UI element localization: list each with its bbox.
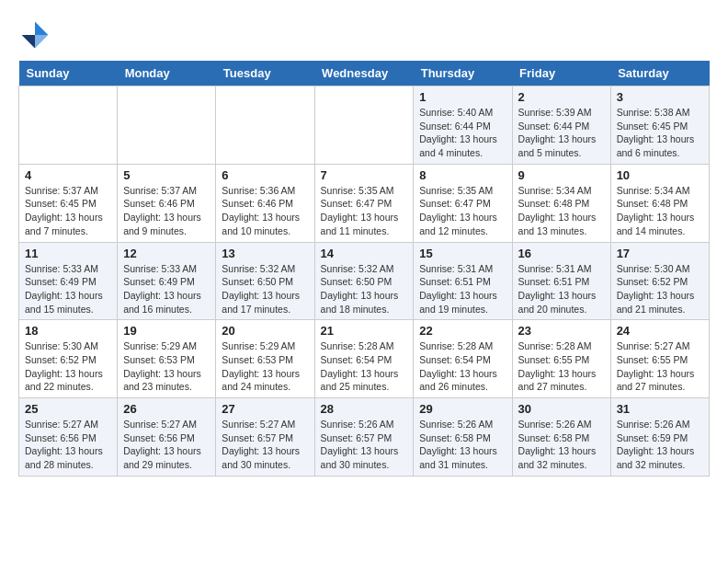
day-info: Sunrise: 5:30 AM Sunset: 6:52 PM Dayligh… [25,339,111,394]
week-row-1: 1Sunrise: 5:40 AM Sunset: 6:44 PM Daylig… [19,86,710,165]
day-number: 28 [321,402,408,416]
day-number: 14 [321,247,408,260]
day-info: Sunrise: 5:35 AM Sunset: 6:47 PM Dayligh… [419,184,506,238]
header-row: SundayMondayTuesdayWednesdayThursdayFrid… [19,61,710,86]
day-info: Sunrise: 5:36 AM Sunset: 6:46 PM Dayligh… [222,184,308,238]
calendar-cell: 30Sunrise: 5:26 AM Sunset: 6:58 PM Dayli… [512,398,610,477]
day-header-tuesday: Tuesday [216,61,314,86]
day-header-wednesday: Wednesday [314,61,414,86]
calendar-cell: 15Sunrise: 5:31 AM Sunset: 6:51 PM Dayli… [414,242,512,320]
day-number: 21 [321,324,408,338]
week-row-2: 4Sunrise: 5:37 AM Sunset: 6:45 PM Daylig… [19,164,710,242]
calendar-cell: 8Sunrise: 5:35 AM Sunset: 6:47 PM Daylig… [414,164,512,242]
calendar-cell: 5Sunrise: 5:37 AM Sunset: 6:46 PM Daylig… [118,164,216,242]
header [18,18,710,52]
day-info: Sunrise: 5:38 AM Sunset: 6:45 PM Dayligh… [617,106,703,160]
day-header-sunday: Sunday [19,61,118,86]
calendar-cell: 25Sunrise: 5:27 AM Sunset: 6:56 PM Dayli… [19,398,118,477]
day-number: 30 [518,402,605,416]
day-number: 6 [222,168,308,182]
calendar-cell: 11Sunrise: 5:33 AM Sunset: 6:49 PM Dayli… [19,242,118,320]
day-number: 26 [123,402,210,416]
day-info: Sunrise: 5:31 AM Sunset: 6:51 PM Dayligh… [518,262,605,316]
calendar-cell: 24Sunrise: 5:27 AM Sunset: 6:55 PM Dayli… [610,320,709,398]
day-number: 5 [123,168,210,182]
day-number: 2 [518,90,605,104]
calendar-cell: 9Sunrise: 5:34 AM Sunset: 6:48 PM Daylig… [512,164,610,242]
logo [18,18,55,52]
day-info: Sunrise: 5:39 AM Sunset: 6:44 PM Dayligh… [518,106,605,160]
day-number: 22 [419,324,506,338]
calendar-cell: 6Sunrise: 5:36 AM Sunset: 6:46 PM Daylig… [216,164,314,242]
day-info: Sunrise: 5:29 AM Sunset: 6:53 PM Dayligh… [123,339,210,394]
calendar-cell: 23Sunrise: 5:28 AM Sunset: 6:55 PM Dayli… [512,320,610,398]
day-info: Sunrise: 5:26 AM Sunset: 6:59 PM Dayligh… [617,418,703,472]
day-number: 7 [321,168,408,182]
calendar-cell: 1Sunrise: 5:40 AM Sunset: 6:44 PM Daylig… [414,86,512,165]
page-container: SundayMondayTuesdayWednesdayThursdayFrid… [18,18,710,477]
calendar-cell: 26Sunrise: 5:27 AM Sunset: 6:56 PM Dayli… [118,398,216,477]
day-info: Sunrise: 5:27 AM Sunset: 6:56 PM Dayligh… [25,418,111,472]
day-number: 11 [25,247,111,260]
calendar-cell: 22Sunrise: 5:28 AM Sunset: 6:54 PM Dayli… [414,320,512,398]
day-header-saturday: Saturday [610,61,709,86]
calendar-cell: 28Sunrise: 5:26 AM Sunset: 6:57 PM Dayli… [314,398,414,477]
day-number: 20 [222,324,308,338]
calendar-cell: 17Sunrise: 5:30 AM Sunset: 6:52 PM Dayli… [610,242,709,320]
logo-icon [18,18,51,52]
day-info: Sunrise: 5:35 AM Sunset: 6:47 PM Dayligh… [321,184,408,238]
day-info: Sunrise: 5:26 AM Sunset: 6:58 PM Dayligh… [419,418,506,472]
day-info: Sunrise: 5:26 AM Sunset: 6:58 PM Dayligh… [518,418,605,472]
calendar-cell: 3Sunrise: 5:38 AM Sunset: 6:45 PM Daylig… [610,86,709,165]
day-number: 16 [518,247,605,260]
day-number: 1 [419,90,506,104]
calendar-cell: 21Sunrise: 5:28 AM Sunset: 6:54 PM Dayli… [314,320,414,398]
calendar-cell: 16Sunrise: 5:31 AM Sunset: 6:51 PM Dayli… [512,242,610,320]
calendar-cell [314,86,414,165]
calendar-cell: 4Sunrise: 5:37 AM Sunset: 6:45 PM Daylig… [19,164,118,242]
day-info: Sunrise: 5:32 AM Sunset: 6:50 PM Dayligh… [222,262,308,316]
calendar-cell: 29Sunrise: 5:26 AM Sunset: 6:58 PM Dayli… [414,398,512,477]
day-info: Sunrise: 5:40 AM Sunset: 6:44 PM Dayligh… [419,106,506,160]
calendar-cell [216,86,314,165]
day-info: Sunrise: 5:33 AM Sunset: 6:49 PM Dayligh… [123,262,210,316]
day-number: 3 [617,90,703,104]
calendar-cell: 14Sunrise: 5:32 AM Sunset: 6:50 PM Dayli… [314,242,414,320]
day-info: Sunrise: 5:37 AM Sunset: 6:46 PM Dayligh… [123,184,210,238]
calendar-cell: 31Sunrise: 5:26 AM Sunset: 6:59 PM Dayli… [610,398,709,477]
day-info: Sunrise: 5:31 AM Sunset: 6:51 PM Dayligh… [419,262,506,316]
calendar-cell: 27Sunrise: 5:27 AM Sunset: 6:57 PM Dayli… [216,398,314,477]
day-number: 9 [518,168,605,182]
day-info: Sunrise: 5:30 AM Sunset: 6:52 PM Dayligh… [617,262,703,316]
day-header-thursday: Thursday [414,61,512,86]
day-number: 17 [617,247,703,260]
day-number: 19 [123,324,210,338]
calendar-table: SundayMondayTuesdayWednesdayThursdayFrid… [18,61,710,477]
calendar-cell: 12Sunrise: 5:33 AM Sunset: 6:49 PM Dayli… [118,242,216,320]
day-number: 31 [617,402,703,416]
calendar-cell: 19Sunrise: 5:29 AM Sunset: 6:53 PM Dayli… [118,320,216,398]
calendar-cell: 18Sunrise: 5:30 AM Sunset: 6:52 PM Dayli… [19,320,118,398]
calendar-cell: 2Sunrise: 5:39 AM Sunset: 6:44 PM Daylig… [512,86,610,165]
day-header-friday: Friday [512,61,610,86]
week-row-3: 11Sunrise: 5:33 AM Sunset: 6:49 PM Dayli… [19,242,710,320]
day-number: 12 [123,247,210,260]
day-number: 24 [617,324,703,338]
day-info: Sunrise: 5:26 AM Sunset: 6:57 PM Dayligh… [321,418,408,472]
calendar-cell: 10Sunrise: 5:34 AM Sunset: 6:48 PM Dayli… [610,164,709,242]
day-number: 23 [518,324,605,338]
day-info: Sunrise: 5:28 AM Sunset: 6:54 PM Dayligh… [321,339,408,394]
week-row-4: 18Sunrise: 5:30 AM Sunset: 6:52 PM Dayli… [19,320,710,398]
day-info: Sunrise: 5:33 AM Sunset: 6:49 PM Dayligh… [25,262,111,316]
calendar-cell: 7Sunrise: 5:35 AM Sunset: 6:47 PM Daylig… [314,164,414,242]
day-info: Sunrise: 5:34 AM Sunset: 6:48 PM Dayligh… [617,184,703,238]
calendar-cell: 20Sunrise: 5:29 AM Sunset: 6:53 PM Dayli… [216,320,314,398]
day-number: 27 [222,402,308,416]
day-info: Sunrise: 5:28 AM Sunset: 6:54 PM Dayligh… [419,339,506,394]
day-number: 18 [25,324,111,338]
day-info: Sunrise: 5:27 AM Sunset: 6:56 PM Dayligh… [123,418,210,472]
day-info: Sunrise: 5:32 AM Sunset: 6:50 PM Dayligh… [321,262,408,316]
day-number: 29 [419,402,506,416]
calendar-cell [19,86,118,165]
day-number: 25 [25,402,111,416]
